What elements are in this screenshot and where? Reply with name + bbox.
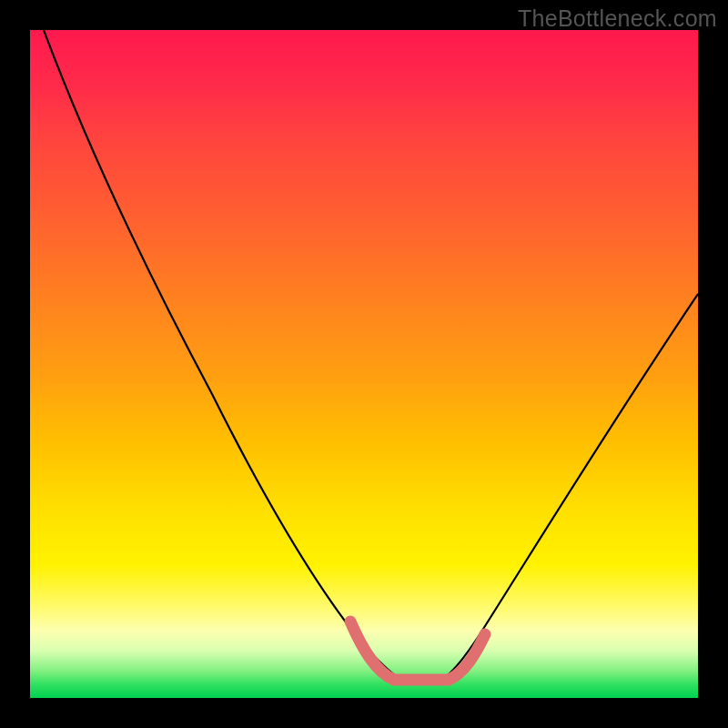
optimal-range-highlight xyxy=(350,622,485,680)
chart-plot-area xyxy=(30,30,698,698)
bottleneck-curve xyxy=(44,30,698,681)
chart-svg xyxy=(30,30,698,698)
watermark-text: TheBottleneck.com xyxy=(518,5,717,32)
